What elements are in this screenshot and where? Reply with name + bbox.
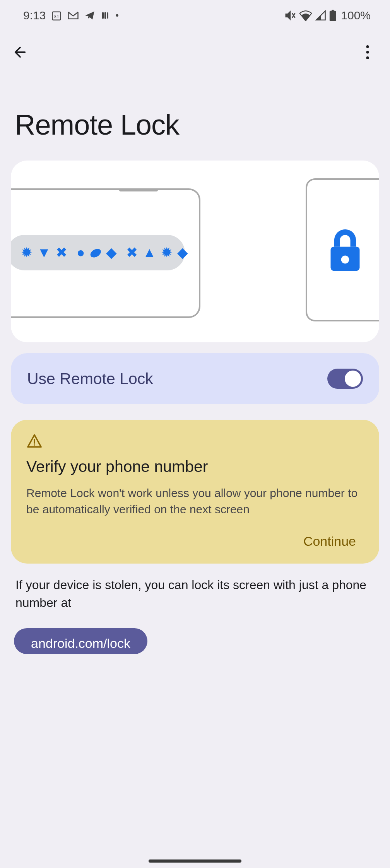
svg-point-4 xyxy=(366,45,369,48)
phone-illustration-left: ✹ ▼ ✖ ● ⬬ ◆ ✖ ▲ ✹ ◆ xyxy=(11,188,200,318)
telegram-icon xyxy=(84,10,95,21)
battery-percent: 100% xyxy=(341,9,371,22)
dot-icon: • xyxy=(115,10,118,21)
continue-button[interactable]: Continue xyxy=(299,531,361,552)
svg-rect-3 xyxy=(332,10,334,11)
svg-point-5 xyxy=(366,51,369,53)
svg-point-8 xyxy=(341,256,349,264)
svg-point-6 xyxy=(366,56,369,59)
warning-body: Remote Lock won't work unless you allow … xyxy=(26,485,364,518)
warning-icon xyxy=(26,434,364,450)
gmail-icon xyxy=(67,11,79,20)
status-time: 9:13 xyxy=(23,9,46,22)
nav-handle[interactable] xyxy=(149,859,241,863)
more-options-button[interactable] xyxy=(357,41,378,63)
signal-icon xyxy=(315,10,326,21)
wifi-icon xyxy=(299,10,312,21)
hero-illustration: ✹ ▼ ✖ ● ⬬ ◆ ✖ ▲ ✹ ◆ xyxy=(11,161,379,342)
status-bar: 9:13 31 • 100% xyxy=(0,0,390,31)
calendar-icon: 31 xyxy=(51,10,62,21)
app-bar xyxy=(0,31,390,73)
mute-icon xyxy=(284,10,296,21)
svg-point-10 xyxy=(34,444,35,446)
url-chip[interactable]: android.com/lock xyxy=(14,628,147,654)
page-title: Remote Lock xyxy=(0,73,390,161)
verify-warning-card: Verify your phone number Remote Lock won… xyxy=(11,420,379,564)
lock-icon xyxy=(326,227,364,273)
phone-illustration-right xyxy=(306,178,379,321)
svg-rect-2 xyxy=(330,11,336,21)
svg-text:31: 31 xyxy=(54,14,59,19)
pin-bar-illustration: ✹ ▼ ✖ ● ⬬ ◆ ✖ ▲ ✹ ◆ xyxy=(11,235,185,270)
remote-lock-toggle-row[interactable]: Use Remote Lock xyxy=(11,353,379,404)
info-text: If your device is stolen, you can lock i… xyxy=(11,576,379,612)
remote-lock-toggle[interactable] xyxy=(327,369,363,389)
back-button[interactable] xyxy=(9,41,31,63)
battery-icon xyxy=(329,10,336,21)
app-icon xyxy=(101,11,110,20)
toggle-label: Use Remote Lock xyxy=(27,370,153,388)
warning-title: Verify your phone number xyxy=(26,458,364,476)
